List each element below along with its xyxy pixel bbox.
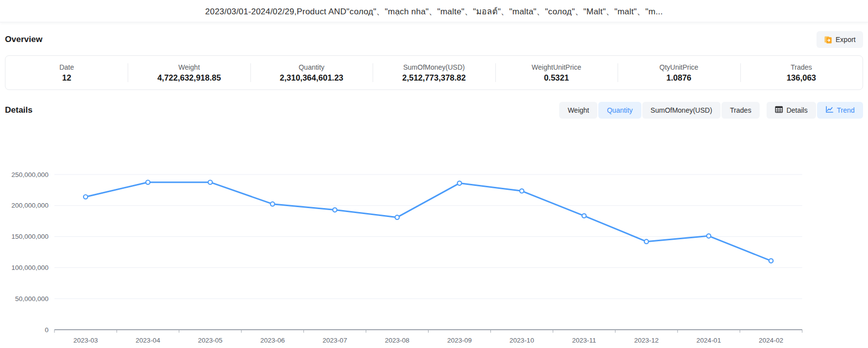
- overview-header-row: Overview Export: [5, 30, 863, 49]
- svg-text:2023-06: 2023-06: [260, 337, 285, 344]
- title-bar: 2023/03/01-2024/02/29,Product AND"солод"…: [0, 0, 868, 22]
- svg-text:2023-03: 2023-03: [73, 337, 98, 344]
- overview-stats-card: Date 12 Weight 4,722,632,918.85 Quantity…: [5, 55, 863, 90]
- tab-quantity[interactable]: Quantity: [598, 102, 641, 119]
- details-header-row: Details Weight Quantity SumOfMoney(USD) …: [5, 102, 863, 119]
- stat-label: WeightUnitPrice: [531, 63, 581, 71]
- stat-label: QtyUnitPrice: [660, 63, 699, 71]
- svg-text:250,000,000: 250,000,000: [11, 171, 48, 178]
- overview-heading: Overview: [5, 35, 43, 44]
- svg-text:2023-04: 2023-04: [136, 337, 160, 344]
- trend-chart-svg: 050,000,000100,000,000150,000,000200,000…: [5, 126, 863, 346]
- stat-weight: Weight 4,722,632,918.85: [128, 56, 250, 89]
- stat-quantity: Quantity 2,310,364,601.23: [250, 56, 373, 89]
- svg-text:0: 0: [45, 326, 48, 334]
- stat-label: Trades: [791, 63, 812, 71]
- page-content: Overview Export Date 12 Weight: [0, 30, 868, 346]
- app-window: 2023/03/01-2024/02/29,Product AND"солод"…: [0, 0, 868, 348]
- tab-sum-of-money[interactable]: SumOfMoney(USD): [642, 102, 721, 119]
- tab-trades[interactable]: Trades: [722, 102, 760, 119]
- details-heading: Details: [5, 105, 33, 115]
- metric-tab-group: Weight Quantity SumOfMoney(USD) Trades: [559, 102, 760, 119]
- svg-text:2023-08: 2023-08: [385, 337, 410, 344]
- tab-details-label: Details: [786, 106, 808, 114]
- trend-chart: 050,000,000100,000,000150,000,000200,000…: [5, 126, 863, 346]
- svg-text:2024-01: 2024-01: [696, 337, 721, 344]
- stat-sum-of-money: SumOfMoney(USD) 2,512,773,378.82: [373, 56, 495, 89]
- table-icon: [775, 106, 783, 115]
- stat-value: 2,512,773,378.82: [402, 73, 466, 83]
- svg-text:2023-10: 2023-10: [510, 337, 534, 344]
- stat-qty-unit-price: QtyUnitPrice 1.0876: [618, 56, 740, 89]
- tab-trend-view[interactable]: Trend: [817, 102, 863, 119]
- chart-controls: Weight Quantity SumOfMoney(USD) Trades: [559, 102, 863, 119]
- stat-value: 2,310,364,601.23: [280, 73, 343, 83]
- stat-date: Date 12: [5, 56, 128, 89]
- stat-label: Quantity: [298, 63, 324, 71]
- stat-trades: Trades 136,063: [740, 56, 863, 89]
- stat-label: SumOfMoney(USD): [403, 63, 465, 71]
- svg-text:100,000,000: 100,000,000: [11, 264, 48, 271]
- export-file-icon: [824, 36, 832, 44]
- trend-icon: [825, 106, 833, 115]
- svg-text:200,000,000: 200,000,000: [11, 202, 48, 209]
- svg-text:2023-07: 2023-07: [323, 337, 347, 344]
- tab-weight[interactable]: Weight: [559, 102, 597, 119]
- stat-label: Date: [59, 63, 74, 71]
- svg-text:2024-02: 2024-02: [759, 337, 783, 344]
- svg-text:2023-05: 2023-05: [198, 337, 223, 344]
- stat-weight-unit-price: WeightUnitPrice 0.5321: [495, 56, 618, 89]
- stat-value: 12: [62, 73, 71, 83]
- tab-details-view[interactable]: Details: [767, 102, 816, 119]
- svg-text:2023-12: 2023-12: [634, 337, 659, 344]
- stat-value: 136,063: [786, 73, 816, 83]
- stat-value: 4,722,632,918.85: [157, 73, 221, 83]
- svg-text:2023-11: 2023-11: [572, 337, 596, 344]
- view-tab-group: Details Trend: [767, 102, 863, 119]
- stat-label: Weight: [178, 63, 199, 71]
- export-button-label: Export: [836, 31, 856, 48]
- svg-text:50,000,000: 50,000,000: [15, 295, 48, 303]
- stat-value: 0.5321: [544, 73, 569, 83]
- stat-value: 1.0876: [667, 73, 691, 83]
- tab-trend-label: Trend: [837, 106, 855, 114]
- search-query-title: 2023/03/01-2024/02/29,Product AND"солод"…: [205, 4, 663, 18]
- svg-text:150,000,000: 150,000,000: [11, 233, 48, 240]
- svg-text:2023-09: 2023-09: [447, 337, 472, 344]
- export-button[interactable]: Export: [817, 31, 863, 48]
